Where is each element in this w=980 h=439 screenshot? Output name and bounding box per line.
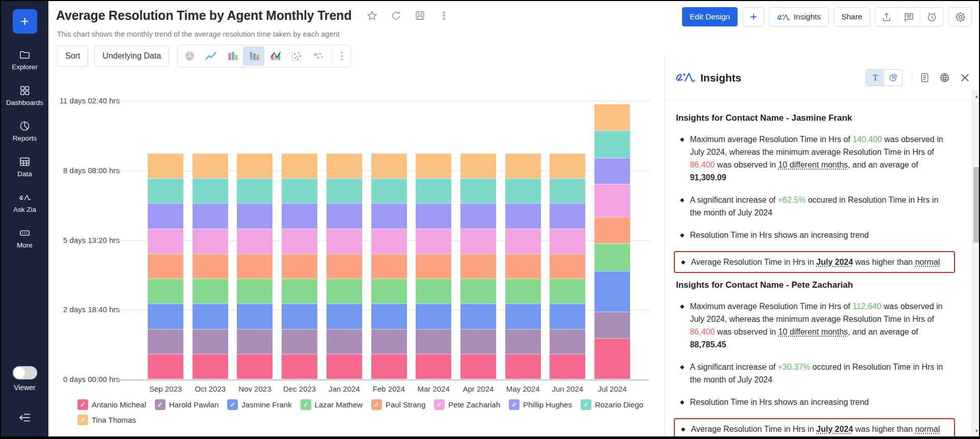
bar-segment[interactable] [594, 243, 630, 271]
bar-segment[interactable] [371, 229, 407, 254]
legend-checkbox[interactable]: ✓ [227, 399, 238, 410]
sidebar-item-data[interactable]: Data [1, 156, 48, 178]
bar-segment[interactable] [193, 153, 228, 178]
bar-segment[interactable] [148, 279, 183, 304]
bar-segment[interactable] [460, 329, 496, 354]
bar-segment[interactable] [326, 203, 362, 228]
bar-segment[interactable] [550, 354, 585, 379]
bar-segment[interactable] [193, 254, 228, 279]
refresh-icon[interactable] [391, 10, 401, 21]
bar-segment[interactable] [550, 153, 585, 178]
bar-segment[interactable] [371, 178, 407, 203]
bar-segment[interactable] [148, 329, 183, 354]
sidebar-item-dashboards[interactable]: Dashboards [1, 85, 48, 106]
legend-item-phillip-hughes[interactable]: ✓Phillip Hughes [509, 399, 572, 410]
bar-segment[interactable] [148, 254, 183, 279]
bar-segment[interactable] [550, 229, 585, 254]
bar-segment[interactable] [416, 203, 451, 228]
bar-segment[interactable] [371, 153, 407, 178]
sidebar-item-more[interactable]: More [1, 227, 48, 249]
stacked-bar-sep-2023[interactable] [148, 153, 183, 379]
bar-segment[interactable] [282, 153, 317, 178]
bar-segment[interactable] [550, 279, 585, 304]
bar-segment[interactable] [326, 279, 362, 304]
bar-segment[interactable] [371, 279, 407, 304]
bar-segment[interactable] [237, 178, 273, 203]
bar-segment[interactable] [416, 254, 451, 279]
legend-checkbox[interactable]: ✓ [509, 399, 520, 410]
bar-segment[interactable] [237, 279, 273, 304]
legend-checkbox[interactable]: ✓ [581, 399, 591, 410]
bar-segment[interactable] [193, 304, 228, 328]
bar-segment[interactable] [460, 153, 496, 178]
legend-item-jasmine-frank[interactable]: ✓Jasmine Frank [227, 399, 291, 410]
bar-segment[interactable] [550, 203, 585, 228]
legend-checkbox[interactable]: ✓ [155, 399, 166, 410]
bar-segment[interactable] [237, 229, 273, 254]
chart-type-stacked-bar-icon[interactable] [243, 46, 264, 66]
bar-segment[interactable] [460, 304, 496, 328]
legend-item-paul-strang[interactable]: ✓Paul Strang [371, 399, 425, 410]
bar-segment[interactable] [326, 329, 362, 354]
create-new-button[interactable]: + [13, 9, 37, 34]
sidebar-item-explorer[interactable]: Explorer [1, 49, 48, 71]
insights-scrollbar[interactable]: ▲ ▼ [972, 91, 980, 436]
schedule-alarm-icon[interactable] [920, 8, 943, 26]
bar-segment[interactable] [237, 329, 273, 354]
bar-segment[interactable] [282, 304, 317, 328]
legend-item-harold-pawlan[interactable]: ✓Harold Pawlan [155, 399, 219, 410]
bar-segment[interactable] [550, 304, 585, 328]
bar-segment[interactable] [550, 254, 585, 279]
bar-segment[interactable] [282, 329, 317, 354]
bar-segment[interactable] [505, 304, 541, 328]
bar-segment[interactable] [460, 354, 496, 379]
collapse-sidebar-icon[interactable] [18, 411, 32, 426]
bar-segment[interactable] [505, 178, 541, 203]
bar-segment[interactable] [460, 254, 496, 279]
bar-segment[interactable] [460, 279, 496, 304]
bar-segment[interactable] [282, 254, 317, 279]
bar-segment[interactable] [416, 279, 451, 304]
bar-segment[interactable] [550, 178, 585, 203]
legend-item-tina-thomas[interactable]: ✓Tina Thomas [77, 415, 136, 425]
bar-segment[interactable] [416, 329, 451, 354]
bar-segment[interactable] [326, 354, 362, 379]
bar-segment[interactable] [282, 229, 317, 254]
bar-segment[interactable] [594, 104, 630, 131]
chart-type-scatter-icon[interactable] [286, 46, 307, 66]
bar-segment[interactable] [282, 279, 317, 304]
bar-segment[interactable] [594, 130, 630, 157]
bar-segment[interactable] [371, 304, 407, 328]
bar-segment[interactable] [505, 354, 541, 379]
stacked-bar-mar-2024[interactable] [416, 153, 451, 379]
bar-segment[interactable] [371, 254, 407, 279]
bar-segment[interactable] [193, 229, 228, 254]
bar-segment[interactable] [282, 178, 317, 203]
bar-segment[interactable] [594, 271, 630, 312]
bar-segment[interactable] [371, 329, 407, 354]
comment-icon[interactable] [898, 8, 920, 26]
legend-checkbox[interactable]: ✓ [371, 399, 382, 410]
bar-segment[interactable] [550, 329, 585, 354]
sort-button[interactable]: Sort [57, 46, 88, 67]
legend-item-lazar-mathew[interactable]: ✓Lazar Mathew [301, 399, 363, 410]
bar-segment[interactable] [594, 184, 630, 216]
underlying-data-button[interactable]: Underlying Data [94, 46, 169, 67]
bar-segment[interactable] [193, 203, 228, 228]
bar-segment[interactable] [371, 203, 407, 228]
bar-segment[interactable] [148, 178, 183, 203]
stacked-bar-dec-2023[interactable] [282, 153, 317, 379]
bar-segment[interactable] [148, 153, 183, 178]
chart-type-bar-icon[interactable] [222, 46, 243, 66]
bar-segment[interactable] [594, 217, 630, 244]
bar-segment[interactable] [237, 304, 273, 328]
bar-segment[interactable] [282, 203, 317, 228]
scroll-up-icon[interactable]: ▲ [972, 94, 980, 99]
add-to-dashboard-button[interactable]: + [743, 7, 764, 26]
bar-segment[interactable] [326, 229, 362, 254]
stacked-bar-nov-2023[interactable] [237, 153, 273, 379]
zia-insights-button[interactable]: Insights [769, 7, 828, 26]
stacked-bar-jan-2024[interactable] [326, 153, 362, 379]
save-icon[interactable] [415, 10, 425, 21]
bar-segment[interactable] [416, 153, 451, 178]
